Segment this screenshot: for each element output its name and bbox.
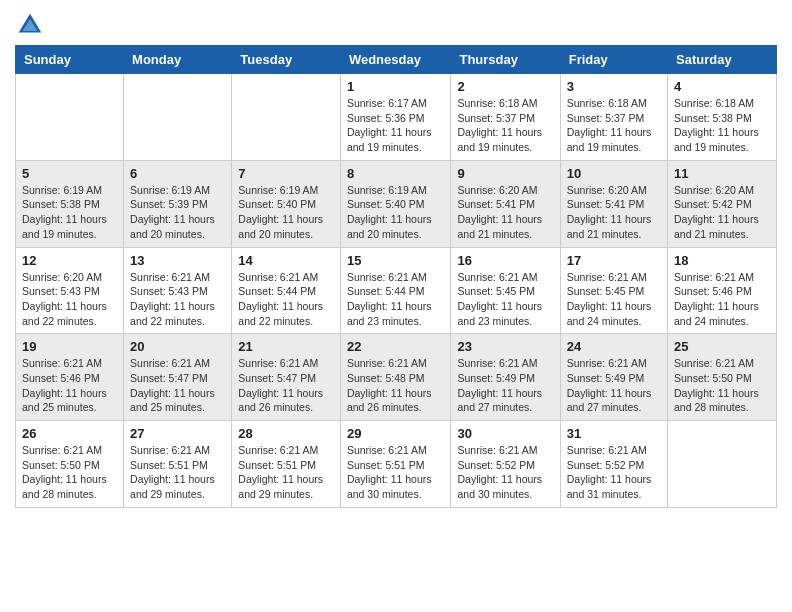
day-info: Sunrise: 6:21 AM Sunset: 5:46 PM Dayligh… [674, 270, 770, 329]
calendar-cell: 18Sunrise: 6:21 AM Sunset: 5:46 PM Dayli… [668, 247, 777, 334]
calendar-cell: 6Sunrise: 6:19 AM Sunset: 5:39 PM Daylig… [124, 160, 232, 247]
calendar-cell: 21Sunrise: 6:21 AM Sunset: 5:47 PM Dayli… [232, 334, 341, 421]
day-info: Sunrise: 6:21 AM Sunset: 5:50 PM Dayligh… [674, 356, 770, 415]
day-info: Sunrise: 6:21 AM Sunset: 5:52 PM Dayligh… [567, 443, 661, 502]
day-number: 25 [674, 339, 770, 354]
day-info: Sunrise: 6:20 AM Sunset: 5:43 PM Dayligh… [22, 270, 117, 329]
day-info: Sunrise: 6:20 AM Sunset: 5:41 PM Dayligh… [457, 183, 553, 242]
day-number: 15 [347, 253, 445, 268]
calendar-cell [232, 74, 341, 161]
day-number: 23 [457, 339, 553, 354]
calendar-cell: 7Sunrise: 6:19 AM Sunset: 5:40 PM Daylig… [232, 160, 341, 247]
calendar-cell: 25Sunrise: 6:21 AM Sunset: 5:50 PM Dayli… [668, 334, 777, 421]
day-info: Sunrise: 6:21 AM Sunset: 5:49 PM Dayligh… [457, 356, 553, 415]
calendar-cell: 10Sunrise: 6:20 AM Sunset: 5:41 PM Dayli… [560, 160, 667, 247]
day-info: Sunrise: 6:21 AM Sunset: 5:52 PM Dayligh… [457, 443, 553, 502]
day-info: Sunrise: 6:21 AM Sunset: 5:46 PM Dayligh… [22, 356, 117, 415]
day-info: Sunrise: 6:18 AM Sunset: 5:37 PM Dayligh… [567, 96, 661, 155]
day-number: 21 [238, 339, 334, 354]
day-info: Sunrise: 6:21 AM Sunset: 5:51 PM Dayligh… [130, 443, 225, 502]
header [15, 10, 777, 40]
day-info: Sunrise: 6:21 AM Sunset: 5:49 PM Dayligh… [567, 356, 661, 415]
calendar-cell [668, 421, 777, 508]
calendar-cell: 30Sunrise: 6:21 AM Sunset: 5:52 PM Dayli… [451, 421, 560, 508]
calendar-cell [16, 74, 124, 161]
day-info: Sunrise: 6:19 AM Sunset: 5:40 PM Dayligh… [347, 183, 445, 242]
calendar-cell: 23Sunrise: 6:21 AM Sunset: 5:49 PM Dayli… [451, 334, 560, 421]
calendar-table: SundayMondayTuesdayWednesdayThursdayFrid… [15, 45, 777, 508]
calendar-cell: 29Sunrise: 6:21 AM Sunset: 5:51 PM Dayli… [340, 421, 451, 508]
weekday-header-thursday: Thursday [451, 46, 560, 74]
day-number: 26 [22, 426, 117, 441]
calendar-cell: 3Sunrise: 6:18 AM Sunset: 5:37 PM Daylig… [560, 74, 667, 161]
weekday-header-monday: Monday [124, 46, 232, 74]
page-container: SundayMondayTuesdayWednesdayThursdayFrid… [0, 0, 792, 518]
day-number: 28 [238, 426, 334, 441]
calendar-cell: 20Sunrise: 6:21 AM Sunset: 5:47 PM Dayli… [124, 334, 232, 421]
logo-icon [15, 10, 45, 40]
day-number: 30 [457, 426, 553, 441]
day-number: 14 [238, 253, 334, 268]
day-info: Sunrise: 6:20 AM Sunset: 5:41 PM Dayligh… [567, 183, 661, 242]
calendar-cell: 4Sunrise: 6:18 AM Sunset: 5:38 PM Daylig… [668, 74, 777, 161]
calendar-cell: 26Sunrise: 6:21 AM Sunset: 5:50 PM Dayli… [16, 421, 124, 508]
day-info: Sunrise: 6:19 AM Sunset: 5:39 PM Dayligh… [130, 183, 225, 242]
day-info: Sunrise: 6:21 AM Sunset: 5:50 PM Dayligh… [22, 443, 117, 502]
calendar-cell: 24Sunrise: 6:21 AM Sunset: 5:49 PM Dayli… [560, 334, 667, 421]
calendar-cell: 15Sunrise: 6:21 AM Sunset: 5:44 PM Dayli… [340, 247, 451, 334]
calendar-cell: 27Sunrise: 6:21 AM Sunset: 5:51 PM Dayli… [124, 421, 232, 508]
day-info: Sunrise: 6:20 AM Sunset: 5:42 PM Dayligh… [674, 183, 770, 242]
day-number: 2 [457, 79, 553, 94]
day-info: Sunrise: 6:21 AM Sunset: 5:44 PM Dayligh… [347, 270, 445, 329]
day-number: 7 [238, 166, 334, 181]
day-number: 16 [457, 253, 553, 268]
day-info: Sunrise: 6:17 AM Sunset: 5:36 PM Dayligh… [347, 96, 445, 155]
day-info: Sunrise: 6:21 AM Sunset: 5:43 PM Dayligh… [130, 270, 225, 329]
day-number: 8 [347, 166, 445, 181]
weekday-header-friday: Friday [560, 46, 667, 74]
day-number: 17 [567, 253, 661, 268]
calendar-cell: 5Sunrise: 6:19 AM Sunset: 5:38 PM Daylig… [16, 160, 124, 247]
calendar-cell: 13Sunrise: 6:21 AM Sunset: 5:43 PM Dayli… [124, 247, 232, 334]
day-info: Sunrise: 6:21 AM Sunset: 5:44 PM Dayligh… [238, 270, 334, 329]
day-info: Sunrise: 6:21 AM Sunset: 5:45 PM Dayligh… [457, 270, 553, 329]
day-info: Sunrise: 6:21 AM Sunset: 5:48 PM Dayligh… [347, 356, 445, 415]
day-number: 29 [347, 426, 445, 441]
day-info: Sunrise: 6:21 AM Sunset: 5:45 PM Dayligh… [567, 270, 661, 329]
day-number: 19 [22, 339, 117, 354]
day-number: 1 [347, 79, 445, 94]
weekday-header-wednesday: Wednesday [340, 46, 451, 74]
day-number: 10 [567, 166, 661, 181]
calendar-cell: 9Sunrise: 6:20 AM Sunset: 5:41 PM Daylig… [451, 160, 560, 247]
weekday-header-tuesday: Tuesday [232, 46, 341, 74]
weekday-header-saturday: Saturday [668, 46, 777, 74]
day-number: 31 [567, 426, 661, 441]
day-info: Sunrise: 6:21 AM Sunset: 5:51 PM Dayligh… [347, 443, 445, 502]
day-number: 13 [130, 253, 225, 268]
day-info: Sunrise: 6:18 AM Sunset: 5:38 PM Dayligh… [674, 96, 770, 155]
calendar-cell: 16Sunrise: 6:21 AM Sunset: 5:45 PM Dayli… [451, 247, 560, 334]
calendar-cell: 22Sunrise: 6:21 AM Sunset: 5:48 PM Dayli… [340, 334, 451, 421]
calendar-cell: 11Sunrise: 6:20 AM Sunset: 5:42 PM Dayli… [668, 160, 777, 247]
day-info: Sunrise: 6:19 AM Sunset: 5:40 PM Dayligh… [238, 183, 334, 242]
calendar-week-2: 5Sunrise: 6:19 AM Sunset: 5:38 PM Daylig… [16, 160, 777, 247]
calendar-week-1: 1Sunrise: 6:17 AM Sunset: 5:36 PM Daylig… [16, 74, 777, 161]
day-number: 12 [22, 253, 117, 268]
day-number: 6 [130, 166, 225, 181]
day-number: 5 [22, 166, 117, 181]
calendar-cell: 8Sunrise: 6:19 AM Sunset: 5:40 PM Daylig… [340, 160, 451, 247]
calendar-cell: 19Sunrise: 6:21 AM Sunset: 5:46 PM Dayli… [16, 334, 124, 421]
calendar-cell: 28Sunrise: 6:21 AM Sunset: 5:51 PM Dayli… [232, 421, 341, 508]
calendar-cell: 12Sunrise: 6:20 AM Sunset: 5:43 PM Dayli… [16, 247, 124, 334]
day-number: 18 [674, 253, 770, 268]
weekday-header-row: SundayMondayTuesdayWednesdayThursdayFrid… [16, 46, 777, 74]
calendar-week-5: 26Sunrise: 6:21 AM Sunset: 5:50 PM Dayli… [16, 421, 777, 508]
calendar-cell: 31Sunrise: 6:21 AM Sunset: 5:52 PM Dayli… [560, 421, 667, 508]
day-number: 27 [130, 426, 225, 441]
weekday-header-sunday: Sunday [16, 46, 124, 74]
day-info: Sunrise: 6:21 AM Sunset: 5:47 PM Dayligh… [130, 356, 225, 415]
calendar-week-4: 19Sunrise: 6:21 AM Sunset: 5:46 PM Dayli… [16, 334, 777, 421]
calendar-cell: 14Sunrise: 6:21 AM Sunset: 5:44 PM Dayli… [232, 247, 341, 334]
calendar-cell: 17Sunrise: 6:21 AM Sunset: 5:45 PM Dayli… [560, 247, 667, 334]
day-info: Sunrise: 6:18 AM Sunset: 5:37 PM Dayligh… [457, 96, 553, 155]
